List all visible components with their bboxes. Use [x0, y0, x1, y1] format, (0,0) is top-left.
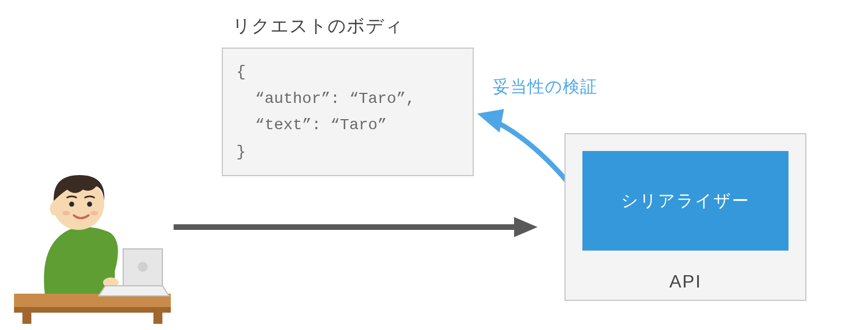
serializer-label: シリアライザー — [621, 190, 750, 213]
svg-point-11 — [138, 262, 148, 272]
svg-rect-3 — [153, 313, 162, 324]
request-body-box: { “author”: “Taro”, “text”: “Taro” } — [222, 48, 474, 176]
validation-label: 妥当性の検証 — [493, 76, 598, 98]
svg-point-6 — [50, 202, 59, 215]
user-illustration — [11, 159, 174, 324]
svg-point-8 — [87, 202, 92, 207]
svg-marker-14 — [477, 109, 504, 133]
api-label: API — [566, 271, 805, 292]
request-arrow-icon — [174, 216, 538, 238]
user-at-laptop-icon — [11, 159, 174, 324]
diagram-stage: リクエストのボディ { “author”: “Taro”, “text”: “T… — [0, 0, 868, 330]
svg-point-9 — [62, 211, 70, 215]
request-body-title: リクエストのボディ — [232, 14, 404, 39]
serializer-box: シリアライザー — [582, 151, 788, 251]
svg-rect-1 — [14, 307, 171, 313]
svg-rect-2 — [22, 313, 31, 324]
svg-marker-13 — [514, 217, 538, 237]
api-box: シリアライザー API — [564, 133, 806, 301]
svg-point-7 — [69, 202, 74, 207]
svg-point-10 — [90, 211, 98, 215]
